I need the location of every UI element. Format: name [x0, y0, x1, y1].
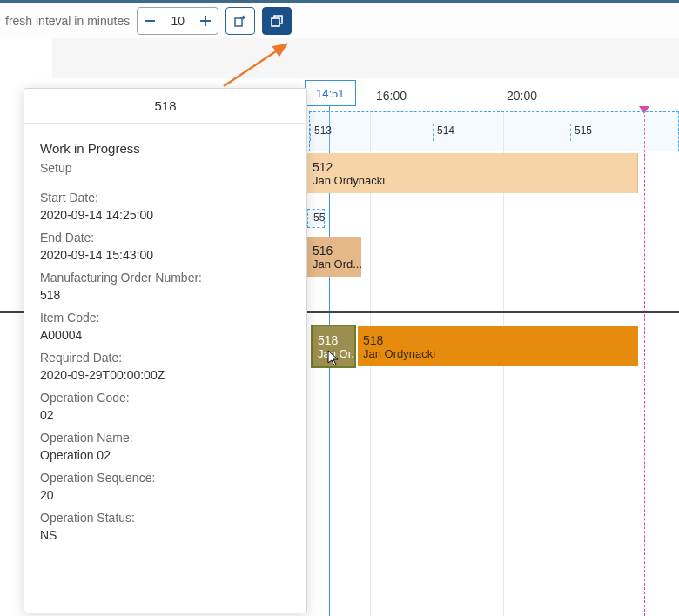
bar-person: Jan Ord...: [313, 258, 356, 271]
field-label: Operation Sequence:: [40, 471, 291, 485]
field-label: Start Date:: [40, 191, 291, 204]
gantt-bar-setup[interactable]: 518 Jan Or...: [311, 325, 356, 368]
field-value: 2020-09-29T00:00:00Z: [40, 368, 291, 382]
popover-title: 518: [24, 89, 306, 124]
details-popover: 518 Work in Progress Setup Start Date: 2…: [24, 88, 307, 613]
arrow-out-icon: [233, 14, 247, 28]
field-value: NS: [40, 528, 291, 542]
time-tick: 20:00: [507, 89, 537, 103]
bar-person: Jan Ordynacki: [363, 347, 633, 360]
refresh-interval-stepper[interactable]: 10: [137, 7, 218, 35]
bar-id: 512: [313, 160, 632, 174]
field-label: Item Code:: [40, 311, 291, 325]
stepper-plus-button[interactable]: [193, 8, 218, 34]
minus-icon: [144, 15, 156, 27]
row-slot: [309, 111, 679, 151]
field-value: 2020-09-14 15:43:00: [40, 248, 291, 262]
bar-person: Jan Or...: [318, 347, 349, 360]
field-label: Operation Status:: [40, 511, 291, 525]
refresh-interval-label: fresh inteval in minutes: [5, 14, 130, 28]
gantt-bar[interactable]: 512 Jan Ordynacki: [307, 153, 638, 193]
field-value: 518: [40, 288, 291, 302]
slot-label: 55: [310, 211, 328, 228]
cutoff-line: [644, 106, 645, 616]
svg-rect-3: [235, 18, 242, 26]
field-value: A00004: [40, 328, 291, 342]
field-label: Required Date:: [40, 351, 291, 365]
popover-status: Work in Progress: [40, 141, 291, 156]
toolbar: fresh inteval in minutes 10: [0, 0, 679, 38]
plus-icon: [199, 15, 212, 27]
time-now-label: 14:51: [316, 87, 345, 100]
bar-id: 516: [313, 244, 356, 258]
gantt-bar[interactable]: 516 Jan Ord...: [307, 237, 361, 277]
svg-rect-2: [205, 16, 206, 26]
export-button[interactable]: [225, 7, 255, 35]
field-value: Operation 02: [40, 448, 291, 462]
stepper-minus-button[interactable]: [138, 8, 162, 34]
field-label: Operation Code:: [40, 391, 291, 405]
popover-body: Work in Progress Setup Start Date: 2020-…: [24, 124, 306, 551]
slot-label: 513: [310, 124, 335, 141]
time-tick: 16:00: [376, 89, 407, 103]
field-value: 02: [40, 408, 291, 422]
bar-id: 518: [318, 333, 349, 347]
field-label: Operation Name:: [40, 431, 291, 445]
popover-substatus: Setup: [40, 161, 291, 175]
fullscreen-icon: [270, 14, 284, 28]
field-value: 2020-09-14 14:25:00: [40, 208, 291, 222]
slot-label: 514: [433, 124, 458, 141]
bar-id: 518: [363, 333, 633, 347]
slot-label: 515: [570, 124, 595, 141]
gantt-bar-run[interactable]: 518 Jan Ordynacki: [358, 326, 638, 366]
time-now-indicator[interactable]: 14:51: [305, 80, 356, 106]
field-label: End Date:: [40, 231, 291, 244]
field-label: Manufacturing Order Number:: [40, 271, 291, 285]
bar-person: Jan Ordynacki: [313, 174, 632, 187]
svg-rect-0: [145, 20, 155, 22]
stepper-value: 10: [162, 14, 193, 28]
field-value: 20: [40, 488, 291, 502]
timeline-header-strip: [52, 38, 679, 78]
fullscreen-button[interactable]: [262, 7, 292, 35]
svg-rect-4: [272, 18, 279, 26]
